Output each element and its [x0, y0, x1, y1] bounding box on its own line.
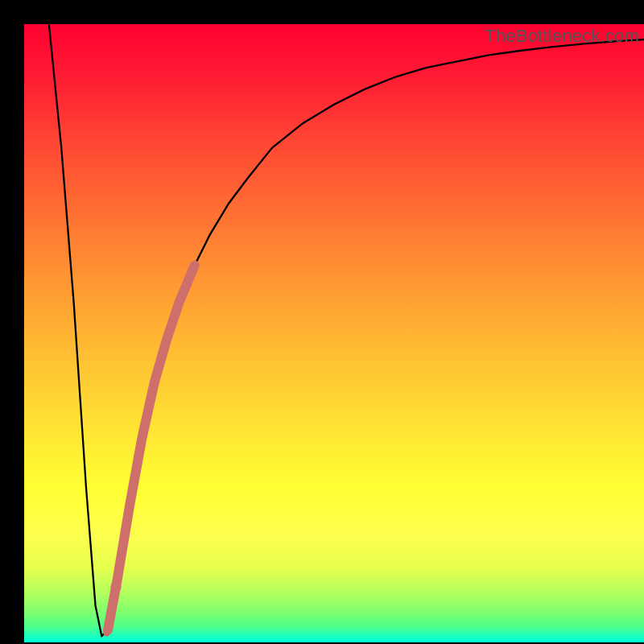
chart-frame: TheBottleneck.com	[0, 0, 644, 644]
highlight-segment-path	[108, 266, 195, 630]
watermark-text: TheBottleneck.com	[485, 26, 639, 47]
highlight-dot	[107, 607, 116, 616]
chart-svg	[24, 24, 644, 642]
highlight-dot	[110, 581, 121, 592]
highlight-dot	[103, 630, 109, 637]
bottleneck-curve-path	[49, 24, 644, 636]
plot-area: TheBottleneck.com	[24, 24, 644, 642]
